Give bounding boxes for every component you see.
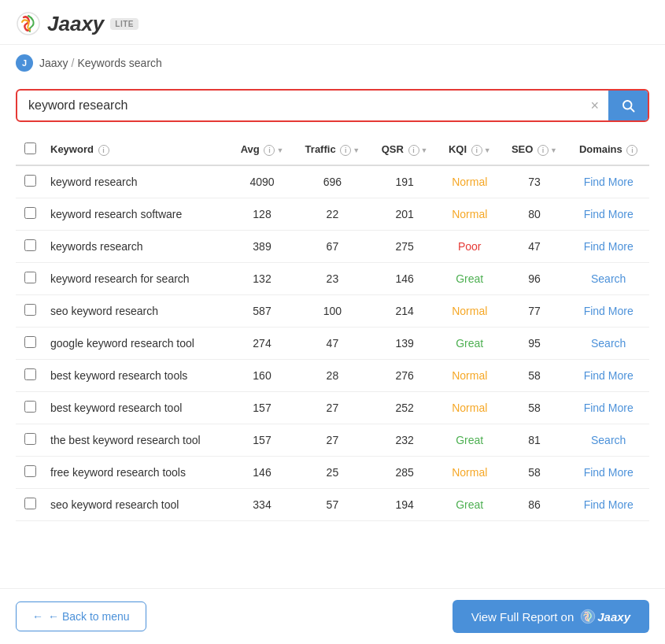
row-checkbox-4[interactable] bbox=[24, 304, 36, 316]
row-action-link-5[interactable]: Search bbox=[591, 337, 626, 350]
row-checkbox-5[interactable] bbox=[24, 336, 36, 348]
row-action[interactable]: Find More bbox=[567, 457, 649, 489]
row-checkbox-7[interactable] bbox=[24, 401, 36, 413]
row-traffic: 27 bbox=[294, 392, 371, 424]
row-kqi: Normal bbox=[438, 360, 501, 392]
svg-line-2 bbox=[630, 108, 634, 111]
row-keyword: google keyword research tool bbox=[44, 328, 231, 360]
row-action-link-0[interactable]: Find More bbox=[584, 176, 634, 188]
view-report-text: View Full Report on bbox=[471, 610, 574, 624]
table-row: free keyword research tools 146 25 285 N… bbox=[16, 457, 649, 489]
search-submit-button[interactable] bbox=[608, 91, 648, 120]
row-checkbox-6[interactable] bbox=[24, 368, 36, 380]
row-avg: 334 bbox=[231, 489, 294, 521]
row-keyword: keywords research bbox=[44, 231, 231, 263]
row-kqi: Great bbox=[438, 263, 501, 295]
row-traffic: 67 bbox=[294, 231, 371, 263]
row-checkbox-cell bbox=[16, 198, 44, 231]
row-checkbox-cell bbox=[16, 328, 44, 360]
row-kqi: Normal bbox=[438, 198, 501, 231]
row-action[interactable]: Find More bbox=[567, 360, 649, 392]
col-traffic: Traffic i▼ bbox=[294, 135, 371, 165]
row-action-link-10[interactable]: Find More bbox=[584, 498, 634, 511]
row-action-link-7[interactable]: Find More bbox=[584, 402, 634, 414]
row-checkbox-8[interactable] bbox=[24, 433, 36, 445]
row-action[interactable]: Find More bbox=[567, 489, 649, 521]
row-checkbox-10[interactable] bbox=[24, 498, 36, 509]
row-keyword: keyword research software bbox=[44, 198, 231, 231]
row-action[interactable]: Find More bbox=[567, 392, 649, 424]
row-qsr: 191 bbox=[371, 165, 438, 198]
breadcrumb-icon: J bbox=[16, 54, 33, 72]
app-name: Jaaxy bbox=[47, 12, 104, 36]
seo-info-icon: i bbox=[538, 145, 549, 156]
row-action-link-4[interactable]: Find More bbox=[584, 305, 634, 317]
domains-info-icon: i bbox=[626, 145, 637, 156]
row-checkbox-2[interactable] bbox=[24, 239, 36, 251]
search-input[interactable] bbox=[17, 91, 581, 120]
row-keyword: keyword research for search bbox=[44, 263, 231, 295]
row-seo: 95 bbox=[501, 328, 568, 360]
back-label: ← Back to menu bbox=[48, 610, 130, 623]
row-avg: 128 bbox=[231, 198, 294, 231]
row-action-link-1[interactable]: Find More bbox=[584, 208, 634, 220]
row-qsr: 275 bbox=[371, 231, 438, 263]
back-arrow-icon: ← bbox=[32, 610, 43, 623]
row-avg: 160 bbox=[231, 360, 294, 392]
row-traffic: 23 bbox=[294, 263, 371, 295]
traffic-sort-icon: ▼ bbox=[353, 146, 360, 154]
row-action[interactable]: Find More bbox=[567, 198, 649, 231]
table-body: keyword research 4090 696 191 Normal 73 … bbox=[16, 165, 649, 521]
row-keyword: best keyword research tools bbox=[44, 360, 231, 392]
table-row: keyword research for search 132 23 146 G… bbox=[16, 263, 649, 295]
row-checkbox-3[interactable] bbox=[24, 272, 36, 283]
col-keyword: Keyword i bbox=[44, 135, 231, 165]
row-keyword: seo keyword research bbox=[44, 295, 231, 328]
row-action[interactable]: Find More bbox=[567, 165, 649, 198]
row-action[interactable]: Find More bbox=[567, 295, 649, 328]
row-action[interactable]: Search bbox=[567, 263, 649, 295]
row-action-link-2[interactable]: Find More bbox=[584, 240, 634, 253]
qsr-info-icon: i bbox=[408, 145, 419, 156]
table-row: keywords research 389 67 275 Poor 47 Fin… bbox=[16, 231, 649, 263]
table-row: seo keyword research tool 334 57 194 Gre… bbox=[16, 489, 649, 521]
row-action[interactable]: Search bbox=[567, 424, 649, 457]
row-action[interactable]: Search bbox=[567, 328, 649, 360]
row-traffic: 22 bbox=[294, 198, 371, 231]
row-action-link-9[interactable]: Find More bbox=[584, 466, 634, 479]
row-seo: 73 bbox=[501, 165, 568, 198]
footer: ← ← Back to menu View Full Report on Jaa… bbox=[0, 588, 665, 644]
row-traffic: 25 bbox=[294, 457, 371, 489]
row-traffic: 27 bbox=[294, 424, 371, 457]
row-checkbox-cell bbox=[16, 392, 44, 424]
table-row: best keyword research tool 157 27 252 No… bbox=[16, 392, 649, 424]
row-action[interactable]: Find More bbox=[567, 231, 649, 263]
row-kqi: Normal bbox=[438, 295, 501, 328]
row-keyword: best keyword research tool bbox=[44, 392, 231, 424]
row-qsr: 201 bbox=[371, 198, 438, 231]
select-all-col bbox=[16, 135, 44, 165]
keyword-info-icon: i bbox=[98, 145, 109, 156]
select-all-checkbox[interactable] bbox=[24, 142, 36, 154]
row-action-link-6[interactable]: Find More bbox=[584, 369, 634, 382]
table-row: keyword research 4090 696 191 Normal 73 … bbox=[16, 165, 649, 198]
row-action-link-8[interactable]: Search bbox=[591, 434, 626, 446]
view-report-brand: Jaaxy bbox=[580, 609, 630, 624]
logo-swirl-icon bbox=[16, 11, 41, 36]
row-checkbox-cell bbox=[16, 424, 44, 457]
row-avg: 274 bbox=[231, 328, 294, 360]
row-checkbox-1[interactable] bbox=[24, 207, 36, 219]
row-keyword: seo keyword research tool bbox=[44, 489, 231, 521]
row-traffic: 100 bbox=[294, 295, 371, 328]
row-checkbox-cell bbox=[16, 263, 44, 295]
row-checkbox-9[interactable] bbox=[24, 465, 36, 477]
row-traffic: 57 bbox=[294, 489, 371, 521]
row-checkbox-cell bbox=[16, 165, 44, 198]
back-to-menu-button[interactable]: ← ← Back to menu bbox=[16, 601, 146, 631]
table-row: google keyword research tool 274 47 139 … bbox=[16, 328, 649, 360]
search-clear-button[interactable]: × bbox=[581, 98, 608, 113]
row-seo: 86 bbox=[501, 489, 568, 521]
row-checkbox-0[interactable] bbox=[24, 175, 36, 187]
view-full-report-button[interactable]: View Full Report on Jaaxy bbox=[453, 600, 649, 633]
row-action-link-3[interactable]: Search bbox=[591, 272, 626, 285]
